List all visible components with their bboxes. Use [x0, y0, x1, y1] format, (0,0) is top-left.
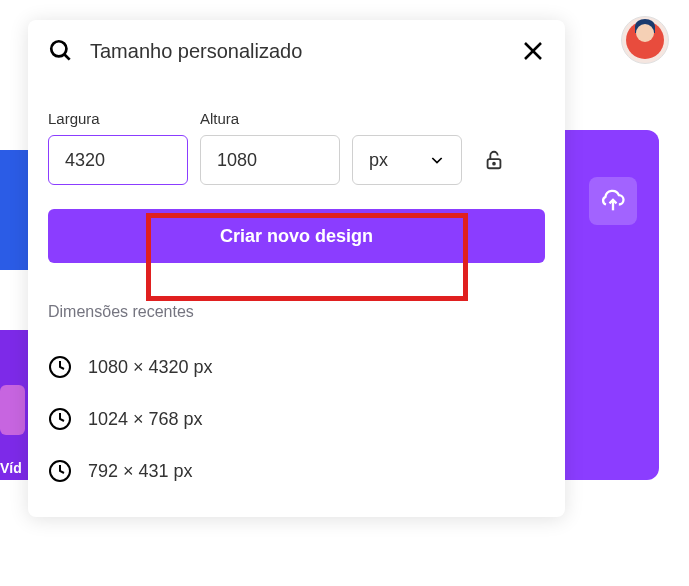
svg-point-5	[493, 163, 495, 165]
width-input[interactable]	[48, 135, 188, 185]
unit-value: px	[369, 150, 388, 171]
lock-aspect-button[interactable]	[474, 149, 514, 171]
clock-icon	[48, 459, 72, 483]
clock-icon	[48, 407, 72, 431]
clock-icon	[48, 355, 72, 379]
create-button-label: Criar novo design	[220, 226, 373, 247]
recent-item-label: 1080 × 4320 px	[88, 357, 213, 378]
custom-size-modal: Tamanho personalizado Largura Altura px	[28, 20, 565, 517]
svg-point-0	[51, 41, 66, 56]
recent-item-label: 1024 × 768 px	[88, 409, 203, 430]
bg-box	[0, 385, 25, 435]
height-label: Altura	[200, 110, 340, 127]
upload-cloud-icon	[599, 187, 627, 215]
recent-dimension-item[interactable]: 792 × 431 px	[48, 445, 545, 497]
modal-title: Tamanho personalizado	[90, 40, 505, 63]
create-design-button[interactable]: Criar novo design	[48, 209, 545, 263]
close-button[interactable]	[521, 39, 545, 63]
bg-left-blue	[0, 150, 30, 270]
height-input[interactable]	[200, 135, 340, 185]
svg-line-1	[64, 54, 69, 59]
recent-dimensions-title: Dimensões recentes	[48, 303, 545, 321]
search-icon	[48, 38, 74, 64]
recent-dimension-item[interactable]: 1080 × 4320 px	[48, 341, 545, 393]
chevron-down-icon	[429, 152, 445, 168]
unit-select[interactable]: px	[352, 135, 462, 185]
recent-dimension-item[interactable]: 1024 × 768 px	[48, 393, 545, 445]
vid-label: Víd	[0, 460, 22, 476]
lock-open-icon	[483, 149, 505, 171]
width-label: Largura	[48, 110, 188, 127]
upload-button[interactable]	[589, 177, 637, 225]
recent-item-label: 792 × 431 px	[88, 461, 193, 482]
avatar[interactable]	[621, 16, 669, 64]
